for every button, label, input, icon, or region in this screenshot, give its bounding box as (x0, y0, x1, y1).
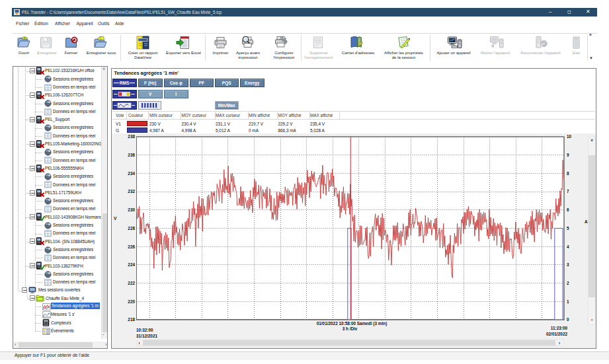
svg-text:228: 228 (128, 226, 135, 231)
svg-text:1: 1 (567, 299, 569, 304)
svg-text:01/01/2022 10:58:00 Samedi (3: 01/01/2022 10:58:00 Samedi (3 min) (317, 321, 387, 326)
svg-text:31/12/2021: 31/12/2021 (136, 334, 157, 338)
svg-text:2: 2 (567, 281, 569, 285)
svg-text:RMS: RMS (120, 81, 130, 85)
svg-text:5: 5 (567, 226, 569, 231)
svg-text:218: 218 (128, 317, 135, 322)
svg-text:3 h /Div: 3 h /Div (343, 326, 358, 331)
svg-text:11:23:00: 11:23:00 (551, 326, 568, 330)
svg-text:238: 238 (128, 134, 135, 139)
svg-text:222: 222 (128, 281, 135, 285)
svg-text:6: 6 (567, 207, 569, 212)
svg-text:234: 234 (128, 171, 135, 176)
svg-text:‹: ‹ (139, 341, 140, 346)
svg-text:˅: ˅ (590, 138, 593, 143)
svg-text:0: 0 (567, 317, 569, 322)
svg-text:A: A (585, 219, 588, 224)
svg-text:224: 224 (128, 262, 135, 267)
svg-text:220: 220 (128, 299, 135, 304)
svg-text:3: 3 (567, 262, 569, 267)
svg-text:V: V (114, 216, 117, 221)
svg-text:8: 8 (567, 171, 569, 176)
svg-text:7: 7 (567, 189, 569, 194)
svg-text:10: 10 (567, 134, 572, 139)
svg-text:02/01/2022: 02/01/2022 (546, 332, 567, 336)
svg-text:230: 230 (128, 207, 135, 212)
svg-text:10:32:00: 10:32:00 (136, 328, 153, 332)
svg-text:4: 4 (567, 244, 569, 249)
svg-text:›: › (559, 341, 560, 346)
svg-text:232: 232 (128, 189, 135, 194)
svg-text:9: 9 (567, 153, 569, 157)
svg-text:226: 226 (128, 244, 135, 249)
svg-text:236: 236 (128, 153, 135, 157)
